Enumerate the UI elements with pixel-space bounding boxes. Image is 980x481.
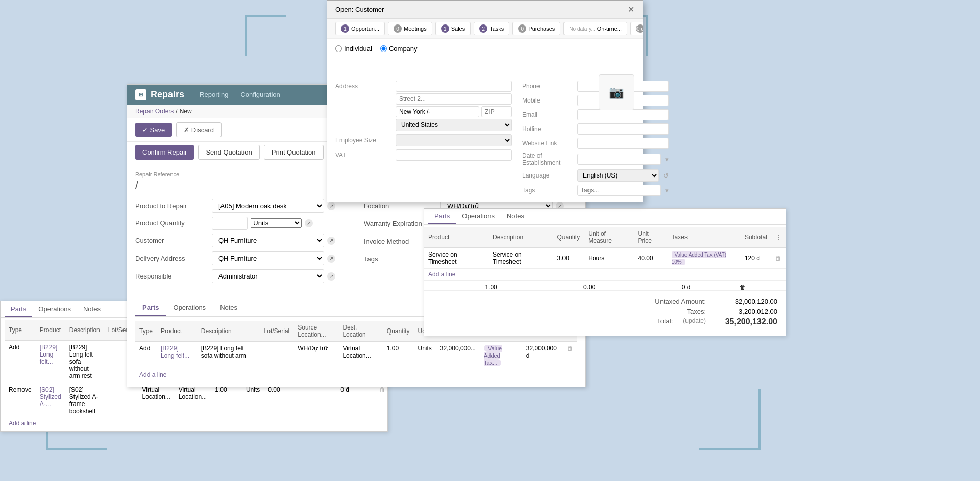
quantity-input[interactable]: 1.00 <box>212 217 248 230</box>
customer-ext-icon[interactable]: ↗ <box>327 237 335 245</box>
customer-popup: Open: Customer ✕ 1 Opportun... 0 Meeting… <box>327 0 643 202</box>
delivery-address-select[interactable]: QH Furniture <box>212 251 324 265</box>
language-refresh-icon[interactable]: ↺ <box>663 172 669 180</box>
discard-button[interactable]: ✗ Discard <box>176 122 222 137</box>
chatter-ontime[interactable]: No data y... On-time... <box>564 22 627 35</box>
right-parts-table: Product Description Quantity Unit of Mea… <box>424 227 786 269</box>
avatar-upload[interactable]: 📷 <box>599 74 634 110</box>
nav-reporting[interactable]: Reporting <box>194 89 233 100</box>
contact-group: Phone 0263776671 Mobile Email qh.furnitu… <box>522 81 669 196</box>
print-quotation-button[interactable]: Print Quotation <box>264 145 324 160</box>
tab-notes[interactable]: Notes <box>213 299 244 316</box>
taxes-value: 3,200,012.00 <box>716 308 777 315</box>
company-radio[interactable]: Company <box>380 45 418 53</box>
company-name-input[interactable]: QH Furniture <box>335 58 509 74</box>
row-lot <box>260 342 294 370</box>
rt-add-line[interactable]: Add a line <box>424 269 786 280</box>
col-qty: Quantity <box>383 321 414 342</box>
purchases-label: Purchases <box>528 26 555 32</box>
responsible-row: Responsible Administrator ↗ <box>135 269 349 283</box>
hotline-input[interactable] <box>577 123 669 135</box>
add-line-button[interactable]: Add a line <box>135 369 577 381</box>
col-description: Description <box>197 321 260 342</box>
bt-r2-qty: 1.00 <box>211 383 242 418</box>
bt-r2-del[interactable]: 🗑 <box>375 383 389 418</box>
company-type-row: Individual Company <box>335 45 634 53</box>
individual-label: Individual <box>344 45 372 53</box>
customer-select[interactable]: QH Furniture <box>212 234 324 247</box>
product-select[interactable]: [A05] Modern oak desk <box>212 199 324 213</box>
rt-col-product: Product <box>424 227 488 248</box>
rt-r1-del[interactable]: 🗑 <box>771 248 786 269</box>
save-button[interactable]: ✓ Save <box>135 123 172 137</box>
chatter-sales[interactable]: 1 Sales <box>435 22 471 35</box>
vat-input[interactable]: BE047747656 <box>396 149 512 161</box>
bottom-tab-operations[interactable]: Operations <box>32 301 77 317</box>
chatter-purchases[interactable]: 0 Purchases <box>512 22 560 35</box>
bt-add-line[interactable]: Add a line <box>5 418 383 429</box>
chatter-tasks[interactable]: 2 Tasks <box>474 22 509 35</box>
delivery-ext-icon[interactable]: ↗ <box>327 255 335 263</box>
right-tab-parts[interactable]: Parts <box>428 209 456 224</box>
address-street2[interactable] <box>396 93 512 105</box>
total-update-note: (update) <box>683 317 706 326</box>
rt-r1-product: Service on Timesheet <box>424 248 488 269</box>
nav-configuration[interactable]: Configuration <box>235 89 285 100</box>
bt-r2-uom: Units <box>242 383 264 418</box>
bottom-tab-parts[interactable]: Parts <box>5 301 32 317</box>
sales-label: Sales <box>451 26 465 32</box>
row-delete[interactable]: 🗑 <box>563 342 577 370</box>
hotline-label: Hotline <box>522 125 573 133</box>
total-label: Total: <box>601 317 673 326</box>
product-external-link-icon[interactable]: ↗ <box>327 202 335 210</box>
quantity-ext-icon[interactable]: ↗ <box>305 219 313 227</box>
individual-radio[interactable]: Individual <box>335 45 372 53</box>
language-select[interactable]: English (US) <box>577 169 659 182</box>
sales-badge: 1 <box>441 24 449 33</box>
responsible-select[interactable]: Administrator <box>212 269 324 283</box>
address-street1[interactable]: 10 Columbus <box>396 81 512 92</box>
app-name: Repairs <box>151 89 184 100</box>
row-subtotal: 32,000,000 đ <box>522 342 563 370</box>
country-select[interactable]: United States <box>396 119 512 131</box>
confirm-repair-button[interactable]: Confirm Repair <box>135 145 194 160</box>
quantity-row: Product Quantity 1.00 Units ↗ <box>135 217 349 230</box>
col-product: Product <box>157 321 197 342</box>
tags-arrow-icon: ▾ <box>665 187 669 194</box>
language-label: Language <box>522 172 573 179</box>
breadcrumb-parent[interactable]: Repair Orders <box>135 108 174 115</box>
responsible-ext-icon[interactable]: ↗ <box>327 272 335 281</box>
bt-row-2: Remove [S02] Stylized A-... [S02] Styliz… <box>5 383 389 418</box>
address-group: Address 10 Columbus United States <box>335 81 512 196</box>
tab-parts[interactable]: Parts <box>135 299 166 316</box>
row-product[interactable]: [B229] Long felt... <box>157 342 197 370</box>
chatter-meetings[interactable]: 0 Meetings <box>388 22 432 35</box>
quantity-label: Product Quantity <box>135 219 212 227</box>
tab-operations[interactable]: Operations <box>166 299 213 316</box>
meetings-badge: 0 <box>394 24 402 33</box>
unit-select[interactable]: Units <box>251 218 302 228</box>
city-input[interactable] <box>396 106 479 117</box>
popup-close-button[interactable]: ✕ <box>628 5 634 14</box>
employee-size-label: Employee Size <box>335 137 391 144</box>
right-table-content: Product Description Quantity Unit of Mea… <box>424 225 786 336</box>
email-input[interactable]: qh.furniture@email.com <box>577 109 669 120</box>
row-type: Add <box>135 342 157 370</box>
right-tab-notes[interactable]: Notes <box>501 209 530 224</box>
row-uom: Units <box>414 342 436 370</box>
customer-label: Customer <box>135 237 212 244</box>
bt-r1-product[interactable]: [B229] Long felt... <box>36 341 65 383</box>
bt-r2-product[interactable]: [S02] Stylized A-... <box>36 383 65 418</box>
chatter-opportunities[interactable]: 1 Opportun... <box>335 22 385 35</box>
rt-col-subtotal: Subtotal <box>741 227 771 248</box>
tags-input[interactable] <box>577 185 661 196</box>
date-establishment-input[interactable]: 01/15/2019 <box>577 154 661 165</box>
bottom-tab-notes[interactable]: Notes <box>77 301 107 317</box>
bt-r2-source: Virtual Location... <box>138 383 174 418</box>
website-input[interactable]: http://qhfurniture.com <box>577 138 669 149</box>
chatter-invoiced[interactable]: 0 đ Invoiced <box>630 22 643 35</box>
send-quotation-button[interactable]: Send Quotation <box>198 145 259 160</box>
zip-input[interactable] <box>481 106 512 117</box>
right-tab-operations[interactable]: Operations <box>456 209 501 224</box>
employee-size-select[interactable] <box>396 134 512 146</box>
